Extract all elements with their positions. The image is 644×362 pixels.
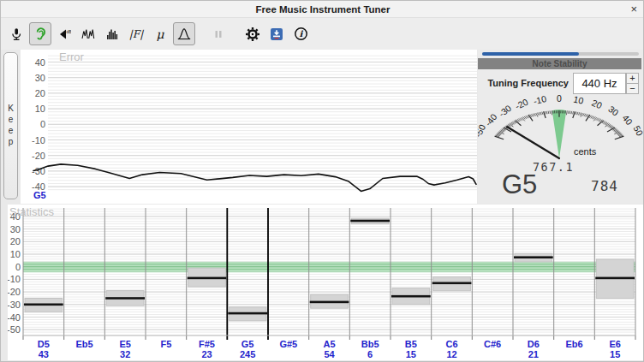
stats-mean-line xyxy=(105,297,145,300)
stats-note-name: D5 xyxy=(38,339,50,349)
stats-ytick-label: -50 xyxy=(8,324,21,335)
stats-mean-line xyxy=(24,304,63,306)
statistics-panel: 403020100-10-20-30-40-50 D543Eb5E532F5F#… xyxy=(8,205,644,360)
stats-note-name: Eb5 xyxy=(75,339,92,349)
frequency-readout: 767.1 xyxy=(533,160,574,174)
histogram-icon xyxy=(105,27,119,41)
ear-icon xyxy=(33,27,48,41)
statistics-chart: 403020100-10-20-30-40-50 xyxy=(8,205,644,340)
stats-ytick-label: -20 xyxy=(8,287,21,297)
error-ytick-label: 20 xyxy=(35,88,45,98)
dial-units-label: cents xyxy=(574,146,597,157)
note-target-frequency: 784 xyxy=(591,178,618,194)
waveform-icon xyxy=(81,27,95,41)
stats-ytick-label: -40 xyxy=(8,312,21,323)
gaussian-view-button[interactable] xyxy=(173,22,195,45)
cents-dial: -50-40-30-20-1001020304050cents767.1 xyxy=(478,92,644,175)
stats-ytick-label: 0 xyxy=(15,262,21,272)
mu-icon: μ xyxy=(156,27,164,41)
stats-note-count: 32 xyxy=(120,349,130,359)
dial-tick-label: 20 xyxy=(590,98,604,111)
note-stability-progress-fill xyxy=(482,52,579,56)
about-button[interactable]: i xyxy=(289,22,312,45)
dial-tick-label: -20 xyxy=(513,97,529,111)
stats-note-name: E6 xyxy=(609,339,620,349)
tuner-panel: Note Stability Tuning Frequency + − -50-… xyxy=(478,50,644,204)
dial-tick-label: 40 xyxy=(621,113,635,128)
dial-tick-label: -10 xyxy=(533,93,548,106)
stats-note-count: 15 xyxy=(610,349,620,359)
fft-view-button[interactable]: |F| xyxy=(125,22,147,45)
note-stability-progress xyxy=(482,52,639,56)
svg-text:dB: dB xyxy=(67,29,71,34)
stats-mean-line xyxy=(432,282,472,285)
stats-ytick-label: -30 xyxy=(8,300,21,310)
stats-note-name: D6 xyxy=(528,339,540,349)
stats-note-name: G5 xyxy=(242,339,254,349)
stats-note-count: 23 xyxy=(201,349,212,359)
histogram-view-button[interactable] xyxy=(101,22,123,45)
dial-tick-label: 50 xyxy=(632,124,644,138)
stats-note-count: 15 xyxy=(406,349,416,359)
stats-note-count: 6 xyxy=(367,349,373,359)
dial-tick-label: -30 xyxy=(497,103,513,119)
error-ytick-label: -20 xyxy=(32,151,45,161)
error-plot-panel: 403020100-10-20-30-40 xyxy=(21,50,477,204)
dial-tick-label: 10 xyxy=(573,93,585,105)
stats-note-name: F5 xyxy=(160,339,171,349)
audio-input-button[interactable] xyxy=(5,22,27,45)
microphone-icon xyxy=(9,27,23,41)
tuning-frequency-input[interactable] xyxy=(573,73,626,94)
error-ytick-label: 40 xyxy=(35,57,45,68)
stats-ytick-label: 20 xyxy=(10,236,21,246)
stats-note-name: C#6 xyxy=(484,339,501,349)
settings-button[interactable] xyxy=(242,22,264,45)
listen-toggle-button[interactable] xyxy=(29,22,51,45)
stats-mean-line xyxy=(391,295,431,298)
fft-icon: |F| xyxy=(129,28,143,40)
svg-text:i: i xyxy=(299,29,303,39)
stats-ytick-label: -10 xyxy=(8,274,21,284)
dial-tick-label: 30 xyxy=(606,104,621,118)
stats-ytick-label: 30 xyxy=(10,224,21,234)
save-icon xyxy=(270,27,283,41)
error-ytick-label: 0 xyxy=(40,119,45,129)
gear-icon xyxy=(245,27,260,42)
stats-note-name: Bb5 xyxy=(361,339,379,349)
stats-ytick-label: 10 xyxy=(10,249,21,259)
info-icon: i xyxy=(294,27,308,41)
pause-icon xyxy=(212,28,224,40)
title-bar: Free Music Instrument Tuner × xyxy=(1,1,644,18)
stats-mean-line xyxy=(188,277,227,280)
volume-button[interactable]: dB xyxy=(53,22,75,45)
stats-mean-line xyxy=(350,220,390,223)
pause-button[interactable] xyxy=(207,22,230,45)
stats-mean-line xyxy=(310,301,349,304)
stats-mean-line xyxy=(595,277,635,280)
error-ytick-label: 30 xyxy=(35,73,45,83)
stats-note-count: 54 xyxy=(324,349,334,359)
statistics-view-button[interactable]: μ xyxy=(149,22,171,45)
stats-note-count: 43 xyxy=(39,349,49,359)
error-panel-title: Error xyxy=(59,50,84,63)
note-stability-bar: Note Stability xyxy=(478,58,641,69)
keep-button[interactable]: Keep xyxy=(3,52,18,199)
stats-mean-line xyxy=(514,256,553,258)
tuning-frequency-label: Tuning Frequency xyxy=(478,78,569,88)
stats-note-count: 12 xyxy=(446,349,456,359)
stats-note-name: G#5 xyxy=(279,339,297,349)
stats-note-count: 21 xyxy=(528,349,539,359)
error-plot: 403020100-10-20-30-40 xyxy=(21,50,477,204)
stats-note-name: A5 xyxy=(323,339,335,349)
statistics-panel-title: Statistics xyxy=(9,205,54,218)
save-capture-button[interactable] xyxy=(265,22,288,45)
dial-needle xyxy=(507,127,559,158)
toolbar: dB |F| μ xyxy=(1,18,644,50)
stats-note-name: B5 xyxy=(405,339,417,349)
waveform-view-button[interactable] xyxy=(77,22,99,45)
detected-note-label: G5 xyxy=(502,169,537,200)
stats-note-name: Eb6 xyxy=(565,339,582,349)
close-button[interactable]: × xyxy=(630,3,637,15)
error-ytick-label: 10 xyxy=(35,104,45,114)
stats-note-name: F#5 xyxy=(199,339,215,349)
